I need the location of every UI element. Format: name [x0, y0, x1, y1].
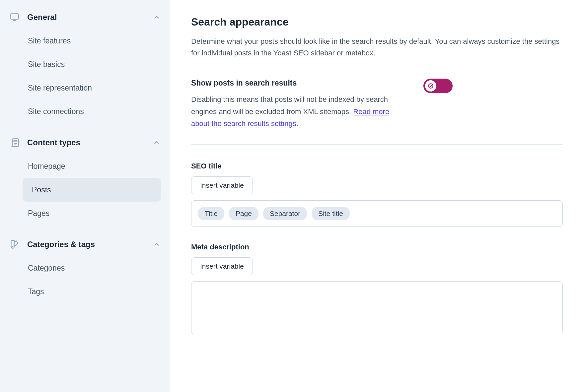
setting-show-in-search: Show posts in search results Disabling t… — [191, 79, 563, 130]
sidebar-item-site-basics[interactable]: Site basics — [9, 53, 161, 76]
svg-rect-0 — [11, 14, 18, 19]
sidebar-header-categories-tags[interactable]: Categories & tags — [9, 235, 161, 254]
setting-label-show-in-search: Show posts in search results — [191, 79, 403, 88]
chip-separator[interactable]: Separator — [263, 207, 307, 220]
main-content: Search appearance Determine what your po… — [170, 0, 584, 392]
label-meta-description: Meta description — [191, 243, 563, 251]
page-title: Search appearance — [191, 16, 563, 28]
chip-title[interactable]: Title — [198, 207, 224, 220]
sidebar-title-general: General — [27, 13, 153, 22]
page-description: Determine what your posts should look li… — [191, 35, 563, 59]
sidebar-header-general[interactable]: General — [9, 8, 161, 27]
sidebar: General Site features Site basics Site r… — [0, 0, 170, 392]
swatch-icon — [9, 239, 20, 250]
field-seo-title: SEO title Insert variable Title Page Sep… — [191, 162, 563, 227]
sidebar-header-content-types[interactable]: Content types — [9, 133, 161, 152]
toggle-knob — [425, 80, 436, 92]
toggle-show-in-search[interactable] — [423, 79, 453, 93]
chip-site-title[interactable]: Site title — [312, 207, 350, 220]
sidebar-item-tags[interactable]: Tags — [9, 280, 161, 303]
sidebar-title-categories-tags: Categories & tags — [27, 240, 153, 249]
sidebar-section-general: General Site features Site basics Site r… — [9, 8, 161, 123]
sidebar-item-categories[interactable]: Categories — [9, 256, 161, 280]
field-meta-description: Meta description Insert variable — [191, 243, 563, 334]
chevron-up-icon — [153, 139, 161, 147]
input-meta-description[interactable] — [191, 281, 563, 334]
sidebar-section-content-types: Content types Homepage Posts Pages — [9, 133, 161, 225]
sidebar-item-site-features[interactable]: Site features — [9, 29, 161, 53]
sidebar-title-content-types: Content types — [27, 138, 153, 147]
sidebar-section-categories-tags: Categories & tags Categories Tags — [9, 235, 161, 303]
sidebar-item-homepage[interactable]: Homepage — [9, 155, 161, 178]
monitor-icon — [9, 12, 20, 23]
chip-page[interactable]: Page — [229, 207, 258, 220]
chevron-up-icon — [153, 13, 161, 21]
chevron-up-icon — [153, 240, 161, 248]
newspaper-icon — [9, 137, 20, 148]
input-seo-title[interactable]: Title Page Separator Site title — [191, 200, 563, 227]
sidebar-item-site-representation[interactable]: Site representation — [9, 76, 161, 100]
insert-variable-seo-title[interactable]: Insert variable — [191, 176, 253, 194]
sidebar-item-posts[interactable]: Posts — [23, 178, 161, 202]
divider — [191, 144, 563, 145]
svg-point-3 — [12, 246, 13, 247]
label-seo-title: SEO title — [191, 162, 563, 170]
sidebar-item-pages[interactable]: Pages — [9, 202, 161, 225]
insert-variable-meta-desc[interactable]: Insert variable — [191, 257, 253, 275]
sidebar-item-site-connections[interactable]: Site connections — [9, 100, 161, 123]
setting-desc-show-in-search: Disabling this means that posts will not… — [191, 94, 403, 130]
